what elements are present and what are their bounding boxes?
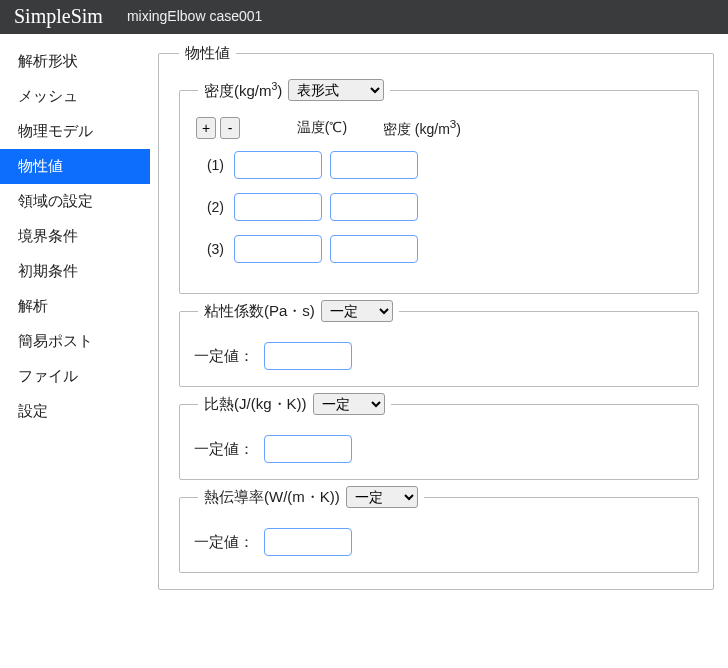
case-subtitle: mixingElbow case001 <box>127 8 262 24</box>
thermal-cond-const-label: 一定値： <box>194 533 254 552</box>
sidebar-item-settings[interactable]: 設定 <box>0 394 150 429</box>
row-number: (3) <box>200 241 230 257</box>
density-value-input[interactable] <box>330 235 418 263</box>
content-panel: 物性値 密度(kg/m3) 表形式 一定 + - 温度(℃) <box>150 34 728 616</box>
sidebar-item-boundary-conditions[interactable]: 境界条件 <box>0 219 150 254</box>
sidebar-item-properties[interactable]: 物性値 <box>0 149 150 184</box>
viscosity-const-label: 一定値： <box>194 347 254 366</box>
properties-fieldset: 物性値 密度(kg/m3) 表形式 一定 + - 温度(℃) <box>158 44 714 590</box>
thermal-cond-const-row: 一定値： <box>194 528 686 556</box>
viscosity-mode-select[interactable]: 一定 表形式 <box>321 300 393 322</box>
sidebar-item-mesh[interactable]: メッシュ <box>0 79 150 114</box>
specific-heat-const-input[interactable] <box>264 435 352 463</box>
thermal-cond-const-input[interactable] <box>264 528 352 556</box>
density-add-row-button[interactable]: + <box>196 117 216 139</box>
specific-heat-mode-select[interactable]: 一定 表形式 <box>313 393 385 415</box>
specific-heat-fieldset: 比熱(J/(kg・K)) 一定 表形式 一定値： <box>179 393 699 480</box>
thermal-cond-mode-select[interactable]: 一定 表形式 <box>346 486 418 508</box>
specific-heat-const-label: 一定値： <box>194 440 254 459</box>
sidebar-item-post[interactable]: 簡易ポスト <box>0 324 150 359</box>
density-fieldset: 密度(kg/m3) 表形式 一定 + - 温度(℃) 密度 (kg/m3) <box>179 79 699 294</box>
table-row: (3) <box>200 235 686 263</box>
row-number: (2) <box>200 199 230 215</box>
density-col-value-header: 密度 (kg/m3) <box>378 117 466 139</box>
sidebar-item-initial-conditions[interactable]: 初期条件 <box>0 254 150 289</box>
table-row: (1) <box>200 151 686 179</box>
app-brand: SimpleSim <box>14 5 103 28</box>
viscosity-legend: 粘性係数(Pa・s) 一定 表形式 <box>198 300 399 322</box>
viscosity-const-row: 一定値： <box>194 342 686 370</box>
density-remove-row-button[interactable]: - <box>220 117 240 139</box>
thermal-cond-legend-text: 熱伝導率(W/(m・K)) <box>204 488 340 507</box>
density-legend-text: 密度(kg/m3) <box>204 80 282 101</box>
thermal-cond-fieldset: 熱伝導率(W/(m・K)) 一定 表形式 一定値： <box>179 486 699 573</box>
density-temp-input[interactable] <box>234 235 322 263</box>
density-value-input[interactable] <box>330 193 418 221</box>
sidebar-item-region-settings[interactable]: 領域の設定 <box>0 184 150 219</box>
specific-heat-legend: 比熱(J/(kg・K)) 一定 表形式 <box>198 393 391 415</box>
row-number: (1) <box>200 157 230 173</box>
specific-heat-legend-text: 比熱(J/(kg・K)) <box>204 395 307 414</box>
density-legend: 密度(kg/m3) 表形式 一定 <box>198 79 390 101</box>
viscosity-legend-text: 粘性係数(Pa・s) <box>204 302 315 321</box>
sidebar: 解析形状 メッシュ 物理モデル 物性値 領域の設定 境界条件 初期条件 解析 簡… <box>0 34 150 616</box>
properties-legend: 物性値 <box>179 44 236 63</box>
density-col-temp-header: 温度(℃) <box>278 119 366 137</box>
sidebar-item-physics-model[interactable]: 物理モデル <box>0 114 150 149</box>
table-row: (2) <box>200 193 686 221</box>
specific-heat-const-row: 一定値： <box>194 435 686 463</box>
sidebar-item-geometry[interactable]: 解析形状 <box>0 44 150 79</box>
density-mode-select[interactable]: 表形式 一定 <box>288 79 384 101</box>
thermal-cond-legend: 熱伝導率(W/(m・K)) 一定 表形式 <box>198 486 424 508</box>
viscosity-fieldset: 粘性係数(Pa・s) 一定 表形式 一定値： <box>179 300 699 387</box>
density-value-input[interactable] <box>330 151 418 179</box>
sidebar-item-analysis[interactable]: 解析 <box>0 289 150 324</box>
viscosity-const-input[interactable] <box>264 342 352 370</box>
sidebar-item-file[interactable]: ファイル <box>0 359 150 394</box>
density-temp-input[interactable] <box>234 193 322 221</box>
density-temp-input[interactable] <box>234 151 322 179</box>
topbar: SimpleSim mixingElbow case001 <box>0 0 728 34</box>
